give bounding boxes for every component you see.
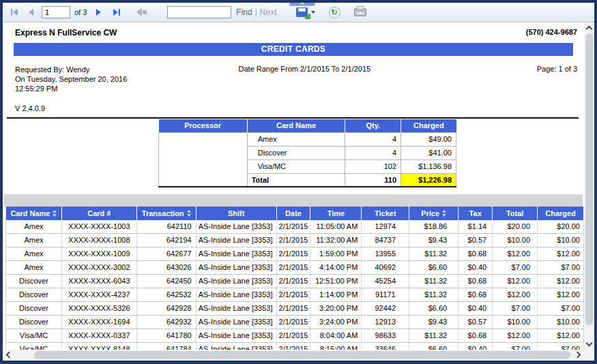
print-button[interactable]	[340, 7, 369, 18]
cell-tax: $0.40	[458, 261, 493, 274]
cell-charged: $20.00	[538, 220, 584, 233]
cell-charged: $12.00	[538, 247, 584, 260]
scrollbar-corner	[584, 350, 594, 361]
scroll-up-arrow-icon[interactable]	[586, 26, 593, 33]
cell-price: $6.60	[409, 261, 458, 274]
cell-ticket: 91171	[362, 288, 409, 301]
table-row: DiscoverXXXX-XXXX-4237642532AS-Inside La…	[6, 288, 584, 302]
column-header-transaction[interactable]: Transaction	[137, 207, 196, 220]
sort-icon[interactable]	[442, 210, 446, 217]
merchant-phone: (570) 424-9687	[526, 28, 577, 37]
last-page-button[interactable]	[111, 7, 123, 17]
vertical-scrollbar-thumb[interactable]	[585, 33, 593, 325]
cell-total: $20.00	[493, 220, 538, 233]
find-text-input[interactable]	[167, 6, 231, 18]
date-range: Date Range From 2/1/2015 To 2/1/2015	[206, 65, 403, 93]
cell-time: 8:04:00 AM	[310, 329, 362, 342]
cell-charged: $7.00	[538, 343, 584, 350]
cell-transaction: 641784	[137, 343, 196, 350]
summary-header-card-name: Card Name	[247, 119, 345, 132]
cell-time: 1:14:00 PM	[310, 288, 362, 301]
cell-tax: $0.68	[458, 288, 493, 301]
cell-transaction: 642928	[137, 302, 196, 315]
cell-total: $12.00	[493, 247, 538, 260]
cell-price: $11.32	[409, 247, 458, 260]
horizontal-scrollbar[interactable]	[3, 350, 584, 361]
cell-card_name: Discover	[6, 316, 62, 329]
find-next-link[interactable]: Next	[260, 7, 277, 17]
cell-date: 2/1/2015	[277, 247, 311, 260]
scroll-left-arrow-icon[interactable]	[6, 352, 13, 359]
scroll-right-arrow-icon[interactable]	[574, 352, 581, 359]
column-header-total: Total	[493, 207, 538, 220]
cell-charged: $10.00	[538, 234, 584, 247]
cell-ticket: 33646	[362, 343, 409, 350]
cell-transaction: 642932	[137, 316, 196, 329]
column-header-price[interactable]: Price	[409, 207, 458, 220]
column-header-label: Card #	[87, 209, 111, 217]
summary-card-name: Amex	[247, 132, 345, 146]
cell-price: $18.86	[409, 220, 458, 233]
cell-ticket: 45254	[362, 275, 409, 288]
transactions-table-body: AmexXXXX-XXXX-1003642110AS-Inside Lane […	[6, 220, 584, 350]
table-row: AmexXXXX-XXXX-1009642677AS-Inside Lane […	[6, 247, 584, 261]
column-header-ticket: Ticket	[362, 207, 409, 220]
column-header-tax: Tax	[458, 207, 493, 220]
column-header-card_name[interactable]: Card Name	[6, 207, 62, 220]
cell-price: $11.32	[409, 275, 458, 288]
vertical-scrollbar[interactable]	[584, 22, 594, 350]
summary-table: Processor Card Name Qty. Charged Amex 4 …	[158, 119, 456, 187]
summary-header-processor: Processor	[159, 119, 248, 132]
back-to-parent-button[interactable]	[134, 7, 149, 18]
back-arrow-icon	[136, 8, 142, 16]
page-count-label: of 3	[74, 8, 87, 16]
cell-total: $10.00	[493, 234, 538, 247]
column-header-time: Time	[310, 207, 362, 220]
cell-date: 2/1/2015	[277, 261, 311, 274]
sort-icon[interactable]	[53, 210, 57, 217]
sort-icon[interactable]	[187, 210, 191, 217]
cell-shift: AS-Inside Lane [3353]	[196, 261, 277, 274]
cell-shift: AS-Inside Lane [3353]	[196, 316, 277, 329]
cell-card_number: XXXX-XXXX-6043	[62, 275, 137, 288]
table-row: DiscoverXXXX-XXXX-1694642932AS-Inside La…	[6, 316, 584, 329]
refresh-button[interactable]: ↻	[329, 7, 340, 18]
report-viewer-window: of 3 Find | Next ↻	[0, 0, 597, 364]
cell-time: 8:15:00 AM	[310, 343, 362, 350]
column-header-label: Date	[285, 209, 302, 217]
previous-page-button[interactable]	[26, 7, 36, 17]
column-header-label: Time	[327, 209, 345, 217]
cell-shift: AS-Inside Lane [3353]	[196, 288, 277, 301]
cell-date: 2/1/2015	[277, 234, 311, 247]
page-number-input[interactable]	[42, 6, 70, 18]
cell-tax: $0.68	[458, 275, 493, 288]
cell-time: 12:51:00 PM	[310, 275, 362, 288]
horizontal-scrollbar-thumb[interactable]	[34, 351, 570, 359]
summary-qty: 102	[345, 160, 401, 173]
column-header-label: Tax	[469, 209, 482, 217]
scroll-down-arrow-icon[interactable]	[586, 340, 593, 347]
summary-header-charged: Charged	[401, 119, 456, 132]
cell-ticket: 40692	[362, 261, 409, 274]
cell-card_number: XXXX-XXXX-5326	[62, 302, 137, 315]
summary-charged: $49.00	[401, 132, 456, 146]
cell-price: $11.32	[409, 288, 458, 301]
cell-shift: AS-Inside Lane [3353]	[196, 302, 277, 315]
cell-card_number: XXXX-XXXX-0337	[62, 329, 137, 342]
table-row: Visa/MCXXXX-XXXX-0337641780AS-Inside Lan…	[6, 329, 584, 343]
column-header-label: Transaction	[142, 209, 184, 217]
cell-transaction: 642194	[137, 234, 196, 247]
find-link[interactable]: Find	[236, 7, 252, 17]
previous-page-icon	[29, 9, 33, 16]
cell-card_name: Amex	[6, 234, 62, 247]
first-page-button[interactable]	[8, 7, 20, 17]
export-button[interactable]	[281, 6, 318, 18]
cell-shift: AS-Inside Lane [3353]	[196, 220, 277, 233]
next-page-button[interactable]	[93, 7, 104, 17]
parameters-collapse-tab[interactable]	[289, 0, 315, 6]
cell-card_name: Discover	[6, 288, 62, 301]
summary-card-name: Discover	[247, 146, 345, 160]
cell-price: $6.60	[409, 302, 458, 315]
cell-ticket: 92442	[362, 302, 409, 315]
cell-card_name: Amex	[6, 247, 62, 260]
